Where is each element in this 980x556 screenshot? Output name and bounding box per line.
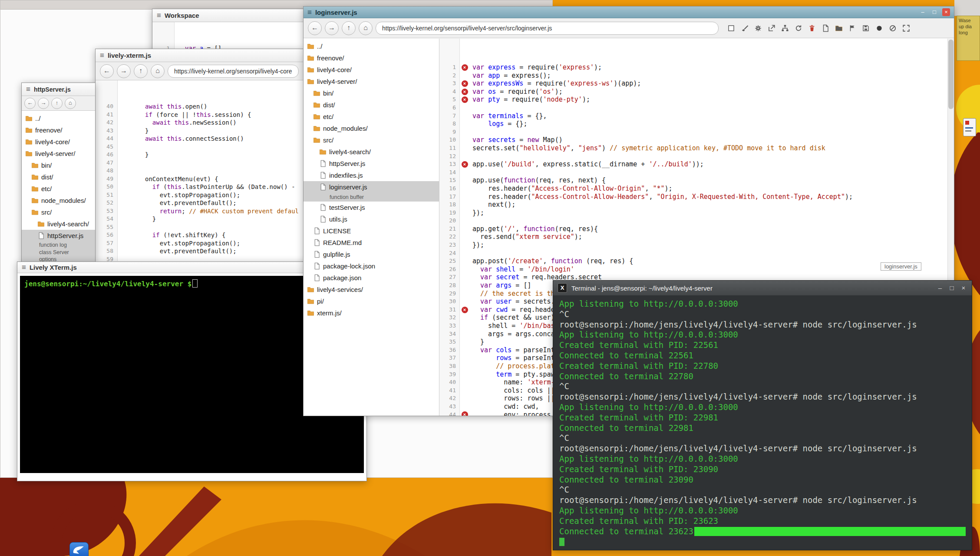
- code-line[interactable]: 6: [439, 104, 954, 112]
- error-badge[interactable]: ×: [462, 89, 468, 95]
- code-line[interactable]: 11secrets.set("hellolively", "jens") // …: [439, 144, 954, 152]
- record-button[interactable]: [874, 23, 884, 33]
- menu-icon[interactable]: [100, 52, 104, 59]
- code-line[interactable]: 4×var os = require('os');: [439, 88, 954, 96]
- maximize-button[interactable]: [948, 284, 956, 292]
- window-titlebar[interactable]: httpServer.js: [22, 83, 95, 96]
- tree-item[interactable]: bin/: [304, 87, 439, 99]
- tree-item[interactable]: freenove/: [304, 52, 439, 64]
- tree-item[interactable]: ../: [304, 40, 439, 52]
- trash-button[interactable]: [807, 23, 817, 33]
- up-button[interactable]: ↑: [134, 64, 148, 78]
- up-button[interactable]: ↑: [51, 98, 63, 109]
- up-button[interactable]: ↑: [342, 21, 356, 35]
- tree-item[interactable]: lively4-services/: [304, 284, 439, 295]
- code-line[interactable]: 50 if (this.lastPointerUp && (Date.now()…: [96, 183, 303, 191]
- close-button[interactable]: [960, 284, 967, 292]
- minimize-button[interactable]: [936, 284, 944, 292]
- refresh-button[interactable]: [793, 23, 804, 33]
- error-badge[interactable]: ×: [462, 80, 468, 87]
- taskbar-app-icon[interactable]: [69, 542, 89, 556]
- tree-item[interactable]: lively4-search/: [304, 146, 439, 158]
- tree-item-detail[interactable]: function log: [22, 242, 95, 249]
- code-line[interactable]: 9: [439, 128, 954, 136]
- sitemap-button[interactable]: [780, 23, 790, 33]
- tree-item[interactable]: xterm.js/: [304, 307, 439, 319]
- tree-item[interactable]: freenove/: [22, 124, 95, 136]
- tree-item[interactable]: httpServer.js: [304, 158, 439, 169]
- back-button[interactable]: ←: [308, 21, 322, 35]
- code-line[interactable]: 49onContextMenu(evt) {: [96, 175, 303, 183]
- code-line[interactable]: 8 logs = {};: [439, 120, 954, 128]
- forward-button[interactable]: →: [325, 21, 339, 35]
- window-titlebar[interactable]: Workspace: [152, 9, 303, 22]
- url-input[interactable]: [168, 65, 299, 78]
- code-line[interactable]: 40await this.open(): [96, 103, 303, 111]
- tree-item-detail[interactable]: class Server: [22, 249, 95, 256]
- forward-button[interactable]: →: [38, 98, 49, 109]
- code-line[interactable]: 15app.use(function(req, res, next) {: [439, 176, 954, 185]
- menu-icon[interactable]: [157, 12, 161, 19]
- tree-item[interactable]: testServer.js: [304, 202, 439, 213]
- back-button[interactable]: ←: [24, 98, 36, 109]
- tree-item[interactable]: src/: [22, 206, 95, 218]
- code-line[interactable]: 14: [439, 169, 954, 177]
- url-input[interactable]: [376, 22, 719, 35]
- error-badge[interactable]: ×: [462, 161, 468, 168]
- block-button[interactable]: [888, 23, 898, 33]
- save-button[interactable]: [861, 23, 871, 33]
- code-line[interactable]: 16 res.header("Access-Control-Allow-Orig…: [439, 185, 954, 193]
- code-line[interactable]: 45: [96, 143, 303, 151]
- code-line[interactable]: 12: [439, 152, 954, 161]
- maximize-button[interactable]: [931, 8, 938, 16]
- code-line[interactable]: 19});: [439, 209, 954, 217]
- code-line[interactable]: 22 res.send("xterm service");: [439, 233, 954, 241]
- code-line[interactable]: 21app.get('/', function(req, res){: [439, 225, 954, 233]
- scrollbar-thumb[interactable]: [948, 40, 954, 109]
- code-line[interactable]: 17 res.header("Access-Control-Allow-Head…: [439, 193, 954, 201]
- tree-item[interactable]: indexfiles.js: [304, 169, 439, 181]
- tree-item[interactable]: httpServer.js: [22, 230, 95, 242]
- tree-item[interactable]: README.md: [304, 237, 439, 248]
- tree-item[interactable]: node_modules/: [304, 122, 439, 134]
- code-line[interactable]: 2var app = express();: [439, 72, 954, 80]
- tree-item[interactable]: package-lock.json: [304, 260, 439, 272]
- window-titlebar[interactable]: lively-xterm.js: [96, 49, 303, 62]
- code-line[interactable]: 44await this.connectSession(): [96, 135, 303, 143]
- window-titlebar[interactable]: Terminal - jens@sensorpi: ~/lively4/live…: [553, 281, 972, 295]
- code-line[interactable]: 47: [96, 159, 303, 167]
- code-line[interactable]: 3×var expressWs = require('express-ws')(…: [439, 79, 954, 88]
- tree-item[interactable]: gulpfile.js: [304, 248, 439, 260]
- menu-icon[interactable]: [26, 86, 30, 93]
- menu-icon[interactable]: [307, 9, 312, 16]
- tree-item[interactable]: utils.js: [304, 213, 439, 225]
- code-line[interactable]: 55: [96, 223, 303, 232]
- code-line[interactable]: 41if (force || !this.session) {: [96, 111, 303, 119]
- minimize-button[interactable]: [919, 8, 927, 16]
- code-line[interactable]: 24: [439, 249, 954, 258]
- tree-item[interactable]: src/: [304, 134, 439, 146]
- tree-item[interactable]: node_modules/: [22, 195, 95, 206]
- code-line[interactable]: 59: [96, 255, 303, 261]
- error-badge[interactable]: ×: [462, 64, 468, 71]
- home-button[interactable]: ⌂: [359, 21, 373, 35]
- tree-item[interactable]: pi/: [304, 295, 439, 307]
- tree-item[interactable]: etc/: [304, 111, 439, 122]
- tree-item[interactable]: LICENSE: [304, 225, 439, 237]
- code-line[interactable]: 7var terminals = {},: [439, 112, 954, 120]
- tree-item[interactable]: lively4-server/: [22, 148, 95, 159]
- tree-item[interactable]: bin/: [22, 159, 95, 171]
- tree-item[interactable]: lively4-core/: [22, 136, 95, 148]
- tree-item[interactable]: dist/: [22, 171, 95, 183]
- desktop-icon[interactable]: [963, 118, 976, 136]
- code-line[interactable]: 51 evt.stopPropagation();: [96, 191, 303, 199]
- tree-item[interactable]: package.json: [304, 272, 439, 284]
- tree-item[interactable]: loginserver.js: [304, 181, 439, 193]
- code-line[interactable]: 5×var pty = require('node-pty');: [439, 96, 954, 104]
- error-badge[interactable]: ×: [462, 96, 468, 103]
- expand-button[interactable]: [901, 23, 911, 33]
- back-button[interactable]: ←: [100, 64, 114, 78]
- window-titlebar[interactable]: loginserver.js: [304, 7, 954, 18]
- code-line[interactable]: 58 evt.preventDefault();: [96, 247, 303, 255]
- tree-item[interactable]: lively4-search/: [22, 218, 95, 230]
